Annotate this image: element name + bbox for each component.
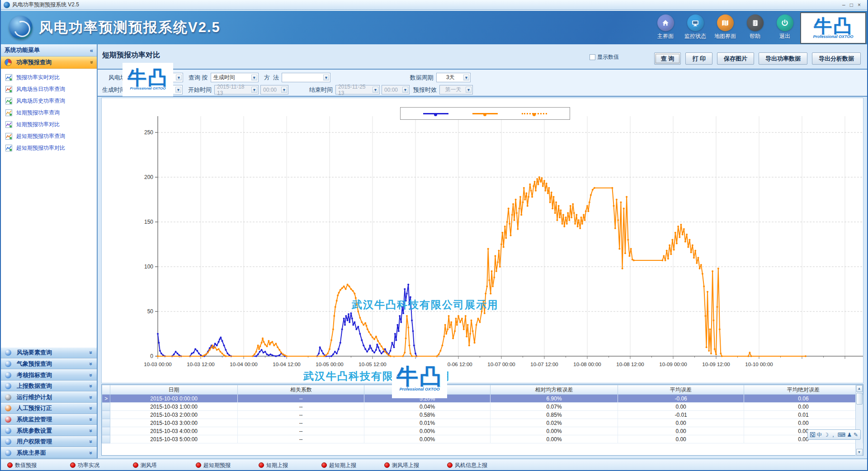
horizon-select[interactable]: 第一天▼	[439, 85, 473, 94]
start-hour-input[interactable]: 00:00▼	[260, 85, 288, 94]
data-point	[438, 353, 440, 355]
button-print[interactable]: 打 印	[685, 52, 712, 65]
data-point	[384, 351, 386, 353]
sidebar-item-6[interactable]: 超短期预报功率查询	[1, 130, 97, 142]
data-point	[269, 353, 271, 355]
data-point	[255, 351, 257, 353]
column-header-6[interactable]: 平均绝对误差	[744, 385, 863, 395]
close-button[interactable]: ×	[858, 2, 861, 8]
sidebar-section-9[interactable]: 用户权限管理»	[1, 436, 97, 447]
sidebar-section-3[interactable]: 考核指标查询»	[1, 369, 97, 381]
nav-map[interactable]: 地图界面	[713, 14, 737, 40]
row-selector[interactable]	[102, 403, 110, 411]
table-row[interactable]: 2015-10-03 1:00:00--0.04%0.07%0.000.00	[102, 403, 863, 411]
data-point	[193, 352, 194, 353]
table-row[interactable]: 2015-10-03 2:00:00--0.58%0.85%-0.010.01	[102, 411, 863, 419]
halfwidth-icon[interactable]: ☽	[824, 432, 829, 438]
sidebar-section-1[interactable]: 风场要素查询»	[1, 347, 97, 358]
sidebar-item-3[interactable]: 风电场历史功率查询	[1, 95, 97, 107]
sidebar-section-8[interactable]: 系统参数设置»	[1, 425, 97, 436]
maximize-button[interactable]: □	[850, 2, 853, 8]
minimize-button[interactable]: –	[842, 2, 845, 8]
sidebar-item-label: 风电场当日功率查询	[16, 85, 65, 93]
start-date-input[interactable]: 2015-11-18 13▼	[214, 85, 259, 94]
method-label: 方 法	[264, 74, 279, 82]
settings-icon[interactable]: ✎	[854, 432, 858, 438]
button-export-power[interactable]: 导出功率数据	[759, 52, 807, 65]
nav-home[interactable]: 主界面	[654, 14, 677, 40]
column-header-2[interactable]: 相关系数	[237, 385, 364, 395]
end-hour-input[interactable]: 00:00▼	[382, 85, 410, 94]
data-point	[469, 333, 471, 335]
company-watermark: 武汉牛凸科技有限公司展示用	[352, 298, 499, 312]
sidebar-section-5[interactable]: 运行维护计划»	[1, 391, 97, 403]
sidebar-section-power-forecast[interactable]: 功率预报查询 «	[1, 57, 97, 69]
chevron-down-icon: »	[88, 385, 94, 388]
row-selector[interactable]	[102, 411, 110, 419]
column-header-4[interactable]: 相对均方根误差	[490, 385, 618, 395]
scroll-up-icon[interactable]: ▲	[856, 385, 863, 392]
data-point	[158, 342, 160, 344]
query-by-select[interactable]: 生成时间▼	[211, 73, 259, 82]
sidebar-item-5[interactable]: 短期预报功率对比	[1, 118, 97, 130]
section-icon	[5, 428, 11, 434]
column-header-1[interactable]: 日期	[110, 385, 238, 395]
ime-mode-icon[interactable]: Q	[810, 432, 815, 437]
status-indicator-8: 风机信息上报	[447, 462, 510, 469]
data-point	[280, 352, 282, 353]
row-selector[interactable]	[102, 419, 110, 427]
sidebar-section-6[interactable]: 人工预报订正»	[1, 403, 97, 414]
table-row[interactable]: 2015-10-03 4:00:00--0.00%0.00%0.000.00	[102, 427, 863, 435]
table-scrollbar[interactable]: ▲ ▼	[855, 385, 863, 456]
table-row[interactable]: 2015-10-03 5:00:00--0.00%0.00%0.000.00	[102, 435, 863, 443]
punctuation-icon[interactable]: ，	[830, 432, 836, 438]
sidebar-collapse-button[interactable]: «	[90, 47, 93, 54]
data-point	[407, 327, 409, 329]
row-selector[interactable]	[102, 435, 110, 443]
chart-icon	[5, 109, 12, 116]
sidebar-section-4[interactable]: 上报数据查询»	[1, 381, 97, 392]
data-point	[447, 329, 448, 330]
button-export-analysis[interactable]: 导出分析数据	[812, 52, 861, 65]
nav-exit[interactable]: 退出	[773, 14, 797, 40]
table-row[interactable]: 2015-10-03 3:00:00--0.01%0.02%0.000.00	[102, 419, 863, 427]
sidebar-section-2[interactable]: 气象预报查询»	[1, 358, 97, 370]
nav-monitor[interactable]: 监控状态	[684, 14, 707, 40]
table-row[interactable]: >2015-10-03 0:00:00--5.20%6.90%-0.060.06	[102, 395, 863, 403]
vendor-logo: 牛凸 Professional OXTOO	[800, 12, 866, 44]
table-cell: 6.90%	[490, 395, 618, 403]
period-select[interactable]: 3天▼	[436, 73, 471, 82]
column-header-5[interactable]: 平均误差	[618, 385, 744, 395]
sidebar-item-1[interactable]: 预报功率实时对比	[1, 71, 97, 83]
button-save-image[interactable]: 保存图片	[717, 52, 754, 65]
row-selector[interactable]: >	[102, 395, 110, 403]
data-point	[626, 196, 627, 198]
data-point	[436, 355, 438, 357]
nav-help[interactable]: 帮助	[743, 14, 767, 40]
button-query[interactable]: 查 询	[654, 52, 681, 65]
data-point	[579, 227, 581, 229]
sidebar-item-2[interactable]: 风电场当日功率查询	[1, 83, 97, 95]
data-point	[699, 268, 701, 269]
scroll-down-icon[interactable]: ▼	[856, 449, 863, 456]
data-point	[338, 348, 340, 350]
keyboard-icon[interactable]: ⌨	[838, 432, 845, 438]
scrollbar-thumb[interactable]	[856, 393, 863, 405]
ime-language-bar[interactable]: Q中☽，⌨♟✎	[807, 429, 861, 440]
data-point	[551, 192, 552, 193]
show-values-checkbox[interactable]	[590, 54, 595, 60]
chinese-mode-icon[interactable]: 中	[817, 432, 822, 438]
data-point	[461, 318, 463, 320]
row-selector[interactable]	[102, 427, 110, 435]
sidebar-item-7[interactable]: 超短期预报功率对比	[1, 142, 97, 154]
sidebar-section-7[interactable]: 系统监控管理»	[1, 414, 97, 425]
toolbox-icon[interactable]: ♟	[847, 432, 852, 438]
data-point	[273, 344, 275, 346]
method-select[interactable]: ▼	[282, 73, 330, 82]
data-point	[614, 227, 616, 229]
data-point	[379, 343, 381, 344]
monitor-icon	[687, 14, 704, 31]
end-date-input[interactable]: 2015-11-25 13▼	[335, 85, 380, 94]
sidebar-item-4[interactable]: 短期预报功率查询	[1, 107, 97, 118]
sidebar-section-10[interactable]: 系统主界面»	[1, 447, 97, 458]
